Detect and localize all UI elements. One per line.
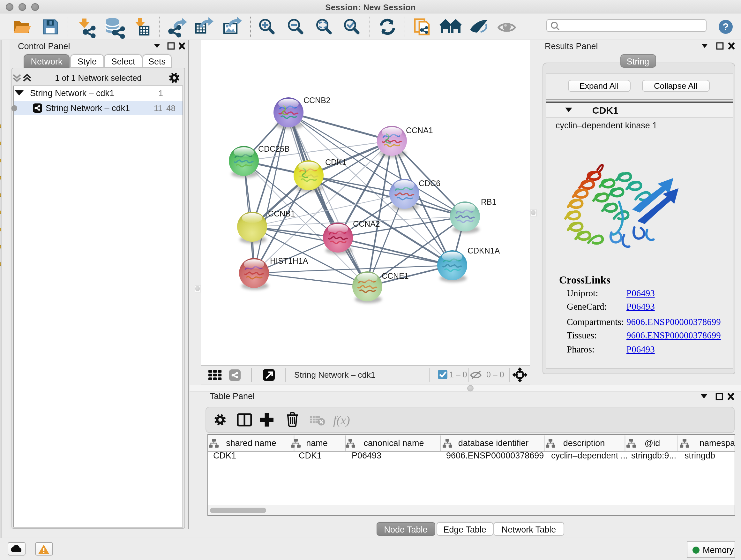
svg-text:CDK1: CDK1 [299,451,322,460]
svg-text:CDK1: CDK1 [325,158,346,167]
svg-text:P06493: P06493 [352,451,381,460]
svg-text:11: 11 [154,104,162,113]
svg-text:String Network – cdk1: String Network – cdk1 [294,370,375,380]
svg-text:RB1: RB1 [481,197,496,206]
svg-text:String Network – cdk1: String Network – cdk1 [46,104,130,113]
svg-text:cyclin–dependent ...: cyclin–dependent ... [551,451,628,460]
svg-text:9606.ENSP00000378699: 9606.ENSP00000378699 [446,451,544,460]
svg-text:48: 48 [166,104,176,113]
svg-text:CDC6: CDC6 [418,179,440,188]
svg-text:name: name [306,438,328,448]
svg-text:canonical name: canonical name [363,438,424,448]
svg-text:CDC25B: CDC25B [258,144,289,153]
svg-text:@id: @id [645,438,660,448]
svg-text:description: description [563,438,605,448]
svg-text:stringdb: stringdb [684,451,715,460]
svg-text:CCNE1: CCNE1 [381,271,408,280]
svg-text:CCNB2: CCNB2 [303,96,330,105]
svg-text:f(x): f(x) [333,414,350,427]
svg-text:1: 1 [158,88,163,98]
svg-text:HIST1H1A: HIST1H1A [270,256,308,265]
svg-text:CDK1: CDK1 [213,451,236,460]
svg-text:stringdb:9...: stringdb:9... [631,451,676,460]
svg-text:1 of 1 Network selected: 1 of 1 Network selected [55,73,142,83]
svg-text:shared name: shared name [226,438,276,448]
svg-text:?: ? [723,21,729,33]
svg-text:String Network – cdk1: String Network – cdk1 [30,88,114,98]
svg-text:namespac: namespac [699,438,735,448]
svg-text:1 – 0: 1 – 0 [449,370,467,379]
svg-text:0 – 0: 0 – 0 [486,370,504,379]
svg-text:CCNB1: CCNB1 [268,209,295,218]
svg-text:database identifier: database identifier [458,438,529,448]
svg-text:CDKN1A: CDKN1A [467,246,500,255]
svg-text:CCNA1: CCNA1 [406,126,433,135]
svg-text:CCNA2: CCNA2 [353,219,380,228]
